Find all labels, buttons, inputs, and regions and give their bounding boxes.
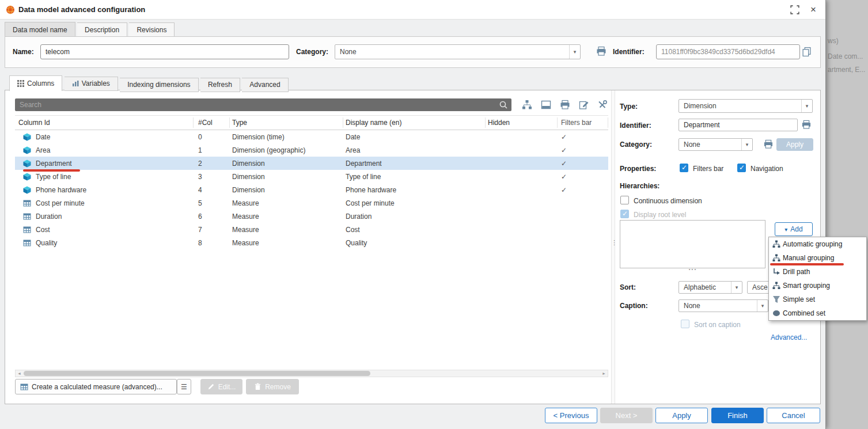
identifier-label: Identifier: — [613, 44, 645, 59]
caption-select[interactable]: None — [679, 299, 768, 312]
category-value: None — [679, 139, 741, 150]
header-column-id[interactable]: Column Id — [15, 117, 194, 128]
sort-value: Alphabetic — [679, 282, 731, 293]
filters-bar-checkbox-label: Filters bar — [693, 165, 723, 173]
tab-label: Variables — [82, 79, 110, 88]
previous-label: < Previous — [554, 411, 589, 420]
pencil-icon — [207, 383, 215, 390]
apply-category-button[interactable]: Apply — [776, 138, 813, 151]
category-select[interactable]: None — [335, 44, 581, 59]
apply-button[interactable]: Apply — [655, 408, 708, 423]
add-hierarchy-button[interactable]: Add — [775, 222, 813, 236]
listbox-resize-handle[interactable] — [684, 264, 702, 272]
create-calculated-measure-button[interactable]: Create a calculated measure (advanced)..… — [15, 379, 177, 394]
dimension-icon — [23, 133, 31, 141]
table-row-date[interactable]: Date 0 Dimension (time) Date ✓ — [15, 130, 608, 143]
tab-label: Indexing dimensions — [127, 81, 190, 89]
cell-display-name: Duration — [343, 212, 486, 221]
header-col-num[interactable]: #Col — [194, 117, 230, 128]
search-input[interactable] — [15, 98, 511, 111]
panel-splitter[interactable] — [611, 90, 615, 404]
print-icon[interactable] — [763, 139, 774, 149]
chevron-down-icon — [757, 300, 768, 312]
print-icon[interactable] — [560, 100, 570, 110]
tab-revisions[interactable]: Revisions — [129, 22, 175, 37]
menu-item-label: Combined set — [783, 309, 825, 317]
tab-advanced[interactable]: Advanced — [242, 78, 288, 92]
table-row-type-of-line[interactable]: Type of line 3 Dimension Type of line ✓ — [15, 170, 608, 183]
dialog-titlebar: Data model advanced configuration × — [0, 0, 825, 20]
table-row-cost[interactable]: Cost 7 Measure Cost — [15, 223, 608, 236]
measure-icon — [23, 239, 31, 247]
header-hidden[interactable]: Hidden — [486, 117, 558, 128]
header-type[interactable]: Type — [230, 117, 343, 128]
table-row-phone-hardware[interactable]: Phone hardware 4 Dimension Phone hardwar… — [15, 183, 608, 196]
menu-item-label: Drill path — [783, 268, 810, 276]
finish-button[interactable]: Finish — [711, 408, 764, 423]
panel-icon[interactable] — [541, 100, 551, 110]
continuous-dimension-checkbox[interactable] — [620, 196, 629, 204]
tab-label: Columns — [27, 79, 54, 88]
settings-icon[interactable] — [597, 100, 608, 110]
data-model-config-dialog: Data model advanced configuration × Data… — [0, 0, 826, 429]
close-icon[interactable]: × — [809, 5, 818, 14]
column-category-select[interactable]: None — [679, 138, 753, 151]
tab-refresh[interactable]: Refresh — [200, 78, 240, 92]
hierarchies-listbox[interactable] — [620, 220, 765, 268]
copy-icon[interactable] — [802, 47, 812, 56]
dialog-title: Data model advanced configuration — [18, 0, 145, 20]
menu-item-simple-set[interactable]: Simple set — [769, 293, 866, 306]
name-input[interactable] — [40, 44, 289, 59]
cancel-button[interactable]: Cancel — [767, 408, 820, 423]
header-display-name[interactable]: Display name (en) — [343, 117, 486, 128]
previous-button[interactable]: < Previous — [545, 408, 597, 423]
next-label: Next > — [616, 411, 638, 420]
remove-label: Remove — [265, 383, 291, 391]
sort-select[interactable]: Alphabetic — [679, 281, 742, 294]
table-row-duration[interactable]: Duration 6 Measure Duration — [15, 210, 608, 223]
table-row-department-selected[interactable]: Department 2 Dimension Department ✓ — [15, 157, 608, 170]
combined-set-icon — [772, 309, 780, 317]
table-row-area[interactable]: Area 1 Dimension (geographic) Area ✓ — [15, 143, 608, 157]
bar-chart-icon — [72, 80, 79, 87]
edit-icon[interactable] — [579, 100, 589, 110]
type-select[interactable]: Dimension — [679, 99, 813, 113]
scroll-right-icon[interactable]: ► — [600, 370, 608, 377]
print-icon[interactable] — [801, 120, 812, 130]
category-label: Category: — [296, 44, 328, 59]
tab-description[interactable]: Description — [77, 22, 127, 37]
tab-data-model-name[interactable]: Data model name — [5, 22, 75, 37]
add-label: Add — [790, 225, 802, 233]
chevron-down-icon — [801, 100, 812, 112]
menu-item-drill-path[interactable]: Drill path — [769, 265, 866, 279]
menu-icon[interactable] — [177, 379, 191, 394]
header-filters-bar[interactable]: Filters bar — [558, 117, 608, 128]
hierarchy-icon[interactable] — [522, 100, 532, 110]
remove-button: Remove — [246, 379, 299, 394]
splitter-handle-icon[interactable] — [611, 241, 615, 245]
tab-variables[interactable]: Variables — [65, 77, 118, 91]
table-row-quality[interactable]: Quality 8 Measure Quality — [15, 236, 608, 249]
menu-item-smart-grouping[interactable]: Smart grouping — [769, 279, 866, 293]
scrollbar-thumb[interactable] — [24, 371, 370, 376]
table-row-cost-per-minute[interactable]: Cost per minute 5 Measure Cost per minut… — [15, 196, 608, 210]
navigation-checkbox-label: Navigation — [751, 165, 783, 173]
category-value: None — [335, 45, 569, 59]
column-identifier-input[interactable] — [679, 119, 798, 131]
scroll-left-icon[interactable]: ◄ — [16, 370, 23, 377]
navigation-checkbox[interactable] — [737, 164, 746, 172]
horizontal-scrollbar[interactable]: ◄ ► — [15, 370, 608, 377]
menu-item-combined-set[interactable]: Combined set — [769, 306, 866, 320]
cell-filters-bar: ✓ — [558, 186, 608, 194]
advanced-link[interactable]: Advanced... — [771, 333, 807, 341]
print-icon[interactable] — [595, 46, 608, 56]
filters-bar-checkbox[interactable] — [680, 164, 688, 172]
menu-item-automatic-grouping[interactable]: Automatic grouping — [769, 237, 866, 251]
properties-label: Properties: — [620, 165, 656, 173]
maximize-icon[interactable] — [790, 5, 799, 14]
identifier-input[interactable] — [656, 44, 800, 59]
measure-icon — [23, 226, 31, 234]
cell-type: Measure — [230, 239, 343, 247]
tab-columns[interactable]: Columns — [9, 75, 62, 91]
tab-indexing-dimensions[interactable]: Indexing dimensions — [120, 78, 198, 92]
